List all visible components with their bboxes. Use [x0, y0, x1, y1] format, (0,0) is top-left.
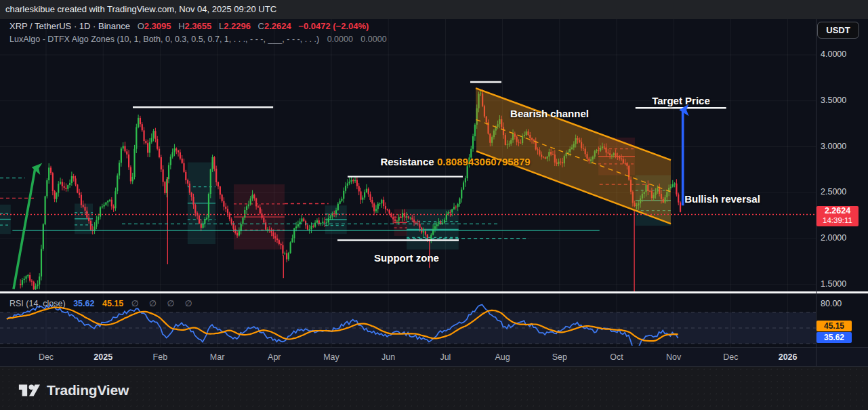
time-axis-label: Aug [495, 352, 510, 362]
indicator-value-1: 0.0000 [327, 35, 353, 44]
current-price-badge: 2.2624 14:39:11 [817, 206, 859, 226]
bar-countdown: 14:39:11 [817, 216, 859, 225]
time-axis-label: Nov [666, 352, 681, 362]
time-axis-border [0, 366, 868, 367]
time-axis-label: 2025 [94, 352, 112, 362]
open-label: O [138, 21, 144, 31]
currency-usdt-button[interactable]: USDT [817, 22, 859, 39]
low-value: 2.2296 [224, 21, 251, 31]
time-axis-label: Oct [610, 352, 623, 362]
rsi-axis-label: 80.00 [821, 299, 842, 308]
close-value: 2.2624 [264, 21, 291, 31]
time-axis-label: May [323, 352, 339, 362]
rsi-band [0, 312, 816, 344]
rsi-name: RSI [9, 299, 24, 308]
current-price-value: 2.2624 [817, 206, 859, 216]
time-axis-label: Dec [723, 352, 738, 362]
indicator-params: (10, 1, Both, 0, 0.3, 0.5, 0.7, 1, . . .… [117, 35, 319, 44]
tradingview-logo[interactable]: TradingView [18, 380, 129, 401]
time-axis-label: Apr [268, 352, 281, 362]
price-axis-label: 3.5000 [821, 96, 846, 105]
resistance-value-label[interactable]: 0.808943060795879 [437, 156, 531, 167]
rsi-ma-value: 45.15 [102, 299, 123, 308]
bearish-channel-label[interactable]: Bearish channel [510, 108, 589, 119]
green-rally-arrow [14, 168, 35, 289]
price-axis-label: 2.5000 [821, 187, 846, 197]
open-value: 2.3095 [144, 21, 171, 31]
indicator-value-2: 0.0000 [360, 35, 386, 44]
tradingview-logo-icon [18, 381, 41, 400]
price-axis-label: 4.0000 [821, 49, 846, 59]
rsi-empty-values: ∅ ∅ ∅ ∅ [131, 299, 197, 308]
rsi-pane-border [0, 347, 868, 348]
price-axis-border [816, 19, 817, 366]
price-axis-label: 2.0000 [821, 233, 846, 243]
symbol-title: XRP / TetherUS · 1D · Binance [9, 21, 130, 31]
indicator-name: LuxAlgo - DTFX Algo Zones [9, 35, 115, 44]
time-axis-label: 2026 [779, 352, 798, 362]
high-label: H [178, 21, 184, 31]
rsi-ma-badge: 45.15 [817, 321, 852, 331]
tradingview-chart-window: charleskibue created with TradingView.co… [0, 0, 868, 410]
chart-canvas[interactable] [0, 0, 868, 410]
target-price-label[interactable]: Target Price [652, 95, 710, 106]
high-value: 2.3655 [185, 21, 212, 31]
price-axis-label: 3.0000 [821, 142, 846, 151]
support-zone-label[interactable]: Support zone [374, 252, 439, 264]
rsi-value-badge: 35.62 [817, 332, 852, 343]
bullish-reversal-label[interactable]: Bullish reversal [684, 193, 760, 205]
rsi-params: (14, close) [26, 299, 65, 308]
resistance-label[interactable]: Resistance [380, 156, 434, 167]
rsi-legend[interactable]: RSI (14, close) 35.62 45.15 ∅ ∅ ∅ ∅ [9, 298, 197, 308]
close-label: C [258, 21, 264, 31]
time-axis-label: Dec [39, 352, 54, 362]
price-axis-label: 1.5000 [821, 279, 846, 289]
tradingview-logo-text: TradingView [47, 382, 129, 398]
symbol-legend[interactable]: XRP / TetherUS · 1D · Binance O2.3095 H2… [9, 21, 369, 31]
rsi-value: 35.62 [73, 299, 94, 308]
change-value: −0.0472 (−2.04%) [298, 21, 369, 31]
time-axis-label: Jul [440, 352, 451, 362]
time-axis-label: Jun [381, 352, 395, 362]
time-axis-label: Feb [153, 352, 168, 362]
time-axis-label: Sep [552, 352, 567, 362]
pane-divider[interactable] [0, 291, 868, 293]
time-axis-label: Mar [210, 352, 225, 362]
indicator-legend[interactable]: LuxAlgo - DTFX Algo Zones (10, 1, Both, … [9, 35, 387, 44]
